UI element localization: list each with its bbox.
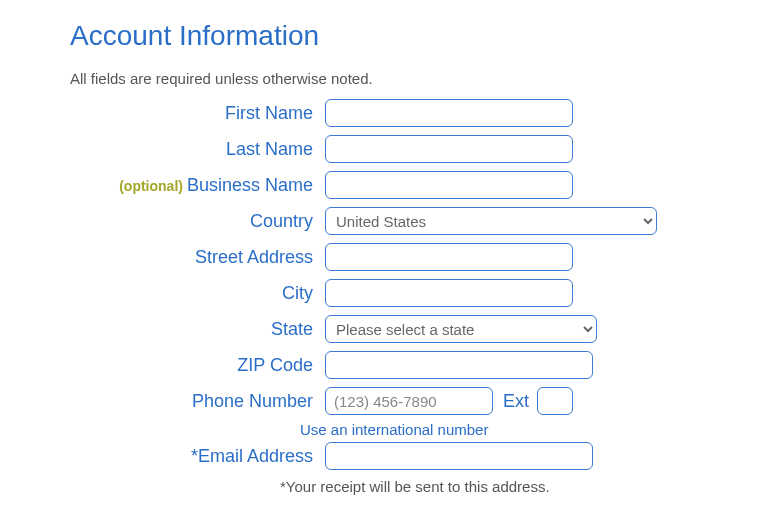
last-name-input[interactable] <box>325 135 573 163</box>
label-phone: Phone Number <box>192 391 313 412</box>
optional-tag: (optional) <box>119 178 183 194</box>
row-state: State Please select a state <box>70 315 765 343</box>
row-zip: ZIP Code <box>70 351 765 379</box>
zip-input[interactable] <box>325 351 593 379</box>
ext-input[interactable] <box>537 387 573 415</box>
row-city: City <box>70 279 765 307</box>
row-phone: Phone Number Ext <box>70 387 765 415</box>
label-email: *Email Address <box>191 446 313 467</box>
required-note: All fields are required unless otherwise… <box>70 70 765 87</box>
label-zip: ZIP Code <box>237 355 313 376</box>
label-city: City <box>282 283 313 304</box>
first-name-input[interactable] <box>325 99 573 127</box>
label-ext: Ext <box>503 391 529 412</box>
street-input[interactable] <box>325 243 573 271</box>
label-state: State <box>271 319 313 340</box>
phone-input[interactable] <box>325 387 493 415</box>
label-business-name: Business Name <box>187 175 313 196</box>
row-first-name: First Name <box>70 99 765 127</box>
state-select[interactable]: Please select a state <box>325 315 597 343</box>
label-country: Country <box>250 211 313 232</box>
email-note: *Your receipt will be sent to this addre… <box>280 478 550 495</box>
row-last-name: Last Name <box>70 135 765 163</box>
business-name-input[interactable] <box>325 171 573 199</box>
country-select[interactable]: United States <box>325 207 657 235</box>
label-last-name: Last Name <box>226 139 313 160</box>
label-street: Street Address <box>195 247 313 268</box>
email-input[interactable] <box>325 442 593 470</box>
label-first-name: First Name <box>225 103 313 124</box>
row-country: Country United States <box>70 207 765 235</box>
city-input[interactable] <box>325 279 573 307</box>
page-title: Account Information <box>70 20 765 52</box>
row-email: *Email Address <box>70 442 765 470</box>
row-street: Street Address <box>70 243 765 271</box>
row-business-name: (optional) Business Name <box>70 171 765 199</box>
intl-number-link[interactable]: Use an international number <box>300 421 488 438</box>
